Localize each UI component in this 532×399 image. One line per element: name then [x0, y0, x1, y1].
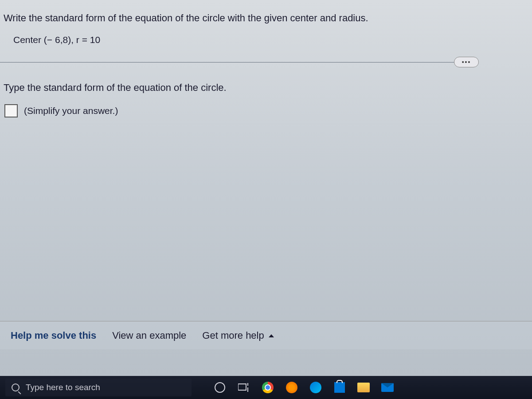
instruction-text: Type the standard form of the equation o… — [0, 63, 532, 97]
more-options-badge[interactable]: ••• — [454, 57, 479, 67]
question-panel: Write the standard form of the equation … — [0, 0, 532, 376]
answer-input[interactable] — [4, 104, 18, 117]
problem-statement: Write the standard form of the equation … — [0, 0, 532, 27]
get-more-help-label: Get more help — [202, 330, 264, 341]
search-placeholder: Type here to search — [26, 383, 100, 392]
caret-up-icon — [269, 334, 274, 337]
svg-rect-0 — [238, 384, 246, 390]
cortana-icon[interactable] — [213, 380, 227, 395]
firefox-icon[interactable] — [285, 380, 299, 395]
file-explorer-icon[interactable] — [356, 380, 371, 395]
help-toolbar: Help me solve this View an example Get m… — [0, 321, 532, 349]
view-example-link[interactable]: View an example — [112, 330, 186, 341]
taskbar-search[interactable]: Type here to search — [5, 379, 192, 396]
answer-hint: (Simplify your answer.) — [24, 106, 118, 116]
store-icon[interactable] — [332, 380, 347, 395]
problem-details: Center (− 6,8), r = 10 — [0, 27, 532, 56]
edge-icon[interactable] — [309, 380, 323, 395]
mail-icon[interactable] — [380, 380, 395, 395]
windows-taskbar: Type here to search — [0, 376, 532, 399]
get-more-help-link[interactable]: Get more help — [202, 330, 274, 341]
search-icon — [12, 383, 20, 391]
chrome-icon[interactable] — [261, 380, 275, 395]
answer-row: (Simplify your answer.) — [0, 97, 532, 121]
section-divider: ••• — [0, 62, 532, 63]
task-view-icon[interactable] — [237, 380, 251, 395]
help-solve-link[interactable]: Help me solve this — [11, 330, 96, 341]
taskbar-icons-group — [213, 380, 395, 395]
